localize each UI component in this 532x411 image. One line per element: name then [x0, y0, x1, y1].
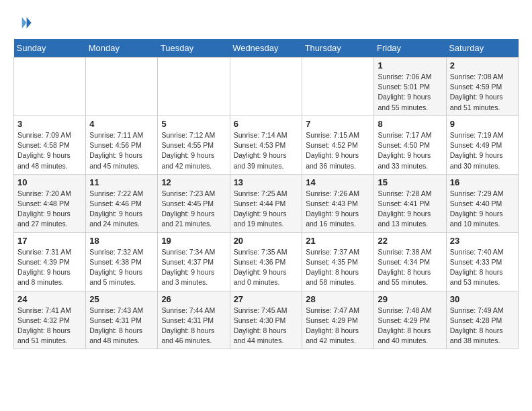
- day-info: Sunrise: 7:23 AM Sunset: 4:45 PM Dayligh…: [161, 189, 226, 230]
- week-row-0: 1Sunrise: 7:06 AM Sunset: 5:01 PM Daylig…: [14, 58, 519, 116]
- day-number: 7: [306, 119, 370, 129]
- day-info: Sunrise: 7:12 AM Sunset: 4:55 PM Dayligh…: [161, 130, 226, 171]
- day-number: 30: [450, 294, 515, 304]
- day-info: Sunrise: 7:29 AM Sunset: 4:40 PM Dayligh…: [450, 189, 515, 230]
- day-cell: [14, 58, 86, 116]
- day-info: Sunrise: 7:25 AM Sunset: 4:44 PM Dayligh…: [234, 189, 299, 230]
- day-info: Sunrise: 7:47 AM Sunset: 4:29 PM Dayligh…: [306, 306, 370, 347]
- day-cell: 22Sunrise: 7:38 AM Sunset: 4:34 PM Dayli…: [374, 232, 446, 291]
- day-info: Sunrise: 7:22 AM Sunset: 4:46 PM Dayligh…: [89, 189, 154, 230]
- day-cell: 26Sunrise: 7:44 AM Sunset: 4:31 PM Dayli…: [158, 291, 230, 349]
- day-header-thursday: Thursday: [302, 39, 374, 58]
- day-number: 24: [17, 294, 82, 304]
- day-number: 18: [89, 236, 154, 246]
- day-cell: 10Sunrise: 7:20 AM Sunset: 4:48 PM Dayli…: [14, 174, 86, 232]
- day-number: 23: [450, 236, 515, 246]
- day-info: Sunrise: 7:14 AM Sunset: 4:53 PM Dayligh…: [234, 130, 299, 171]
- day-cell: 11Sunrise: 7:22 AM Sunset: 4:46 PM Dayli…: [86, 174, 158, 232]
- day-number: 5: [161, 119, 226, 129]
- day-number: 3: [17, 119, 82, 129]
- day-info: Sunrise: 7:40 AM Sunset: 4:33 PM Dayligh…: [450, 247, 515, 288]
- day-cell: [302, 58, 374, 116]
- day-number: 25: [89, 294, 154, 304]
- day-number: 2: [450, 60, 515, 71]
- day-number: 9: [450, 119, 515, 129]
- day-number: 17: [17, 236, 82, 246]
- day-cell: 2Sunrise: 7:08 AM Sunset: 4:59 PM Daylig…: [446, 58, 518, 116]
- day-cell: 19Sunrise: 7:34 AM Sunset: 4:37 PM Dayli…: [158, 232, 230, 291]
- day-number: 14: [306, 177, 370, 187]
- day-info: Sunrise: 7:11 AM Sunset: 4:56 PM Dayligh…: [89, 130, 154, 171]
- day-cell: 15Sunrise: 7:28 AM Sunset: 4:41 PM Dayli…: [374, 174, 446, 232]
- day-info: Sunrise: 7:49 AM Sunset: 4:28 PM Dayligh…: [450, 306, 515, 347]
- day-cell: 4Sunrise: 7:11 AM Sunset: 4:56 PM Daylig…: [86, 116, 158, 174]
- day-number: 4: [89, 119, 154, 129]
- week-row-2: 10Sunrise: 7:20 AM Sunset: 4:48 PM Dayli…: [14, 174, 519, 232]
- week-row-1: 3Sunrise: 7:09 AM Sunset: 4:58 PM Daylig…: [14, 116, 519, 174]
- day-cell: [158, 58, 230, 116]
- day-cell: 29Sunrise: 7:48 AM Sunset: 4:29 PM Dayli…: [374, 291, 446, 349]
- day-info: Sunrise: 7:06 AM Sunset: 5:01 PM Dayligh…: [378, 72, 442, 113]
- day-cell: 23Sunrise: 7:40 AM Sunset: 4:33 PM Dayli…: [446, 232, 518, 291]
- day-number: 19: [161, 236, 226, 246]
- day-header-sunday: Sunday: [14, 39, 86, 58]
- day-info: Sunrise: 7:32 AM Sunset: 4:38 PM Dayligh…: [89, 247, 154, 288]
- day-info: Sunrise: 7:35 AM Sunset: 4:36 PM Dayligh…: [234, 247, 299, 288]
- week-row-4: 24Sunrise: 7:41 AM Sunset: 4:32 PM Dayli…: [14, 291, 519, 349]
- day-header-tuesday: Tuesday: [158, 39, 230, 58]
- day-cell: 7Sunrise: 7:15 AM Sunset: 4:52 PM Daylig…: [302, 116, 374, 174]
- day-info: Sunrise: 7:48 AM Sunset: 4:29 PM Dayligh…: [378, 306, 442, 347]
- day-number: 10: [17, 177, 82, 187]
- day-cell: 3Sunrise: 7:09 AM Sunset: 4:58 PM Daylig…: [14, 116, 86, 174]
- day-number: 16: [450, 177, 515, 187]
- day-cell: 1Sunrise: 7:06 AM Sunset: 5:01 PM Daylig…: [374, 58, 446, 116]
- logo: [13, 13, 35, 32]
- svg-marker-0: [27, 17, 32, 29]
- day-number: 21: [306, 236, 370, 246]
- day-info: Sunrise: 7:26 AM Sunset: 4:43 PM Dayligh…: [306, 189, 370, 230]
- day-cell: [86, 58, 158, 116]
- day-cell: 20Sunrise: 7:35 AM Sunset: 4:36 PM Dayli…: [230, 232, 302, 291]
- day-cell: 5Sunrise: 7:12 AM Sunset: 4:55 PM Daylig…: [158, 116, 230, 174]
- day-cell: 25Sunrise: 7:43 AM Sunset: 4:31 PM Dayli…: [86, 291, 158, 349]
- day-number: 29: [378, 294, 442, 304]
- day-cell: 18Sunrise: 7:32 AM Sunset: 4:38 PM Dayli…: [86, 232, 158, 291]
- day-number: 1: [378, 60, 442, 71]
- day-cell: 30Sunrise: 7:49 AM Sunset: 4:28 PM Dayli…: [446, 291, 518, 349]
- day-header-saturday: Saturday: [446, 39, 518, 58]
- header: [13, 13, 519, 32]
- day-number: 27: [234, 294, 299, 304]
- day-info: Sunrise: 7:43 AM Sunset: 4:31 PM Dayligh…: [89, 306, 154, 347]
- day-cell: 12Sunrise: 7:23 AM Sunset: 4:45 PM Dayli…: [158, 174, 230, 232]
- day-cell: [230, 58, 302, 116]
- calendar-header: SundayMondayTuesdayWednesdayThursdayFrid…: [14, 39, 519, 58]
- day-number: 22: [378, 236, 442, 246]
- day-header-monday: Monday: [86, 39, 158, 58]
- day-info: Sunrise: 7:19 AM Sunset: 4:49 PM Dayligh…: [450, 130, 515, 171]
- day-info: Sunrise: 7:31 AM Sunset: 4:39 PM Dayligh…: [17, 247, 82, 288]
- day-info: Sunrise: 7:08 AM Sunset: 4:59 PM Dayligh…: [450, 72, 515, 113]
- day-cell: 16Sunrise: 7:29 AM Sunset: 4:40 PM Dayli…: [446, 174, 518, 232]
- day-cell: 6Sunrise: 7:14 AM Sunset: 4:53 PM Daylig…: [230, 116, 302, 174]
- day-info: Sunrise: 7:41 AM Sunset: 4:32 PM Dayligh…: [17, 306, 82, 347]
- calendar-table: SundayMondayTuesdayWednesdayThursdayFrid…: [13, 39, 519, 349]
- day-cell: 8Sunrise: 7:17 AM Sunset: 4:50 PM Daylig…: [374, 116, 446, 174]
- logo-icon: [13, 13, 32, 32]
- day-info: Sunrise: 7:17 AM Sunset: 4:50 PM Dayligh…: [378, 130, 442, 171]
- day-info: Sunrise: 7:44 AM Sunset: 4:31 PM Dayligh…: [161, 306, 226, 347]
- day-number: 15: [378, 177, 442, 187]
- day-number: 6: [234, 119, 299, 129]
- day-number: 26: [161, 294, 226, 304]
- day-header-wednesday: Wednesday: [230, 39, 302, 58]
- day-info: Sunrise: 7:09 AM Sunset: 4:58 PM Dayligh…: [17, 130, 82, 171]
- day-info: Sunrise: 7:28 AM Sunset: 4:41 PM Dayligh…: [378, 189, 442, 230]
- calendar-body: 1Sunrise: 7:06 AM Sunset: 5:01 PM Daylig…: [14, 58, 519, 349]
- day-info: Sunrise: 7:37 AM Sunset: 4:35 PM Dayligh…: [306, 247, 370, 288]
- day-number: 20: [234, 236, 299, 246]
- day-cell: 13Sunrise: 7:25 AM Sunset: 4:44 PM Dayli…: [230, 174, 302, 232]
- day-number: 8: [378, 119, 442, 129]
- day-info: Sunrise: 7:15 AM Sunset: 4:52 PM Dayligh…: [306, 130, 370, 171]
- header-row: SundayMondayTuesdayWednesdayThursdayFrid…: [14, 39, 519, 58]
- day-number: 12: [161, 177, 226, 187]
- day-cell: 17Sunrise: 7:31 AM Sunset: 4:39 PM Dayli…: [14, 232, 86, 291]
